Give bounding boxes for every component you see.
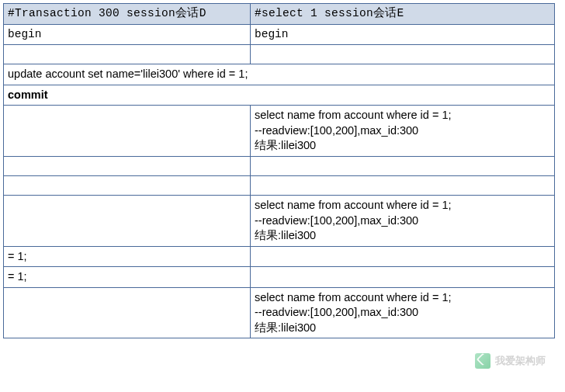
table-row: update account set name='lilei300' where… xyxy=(4,64,555,85)
cell-empty xyxy=(4,287,251,338)
table-row: select name from account where id = 1; -… xyxy=(4,195,555,246)
table-row xyxy=(4,156,555,175)
table-row: = 1; xyxy=(4,267,555,288)
cell-empty xyxy=(4,195,251,246)
header-col-d: #Transaction 300 session会话D xyxy=(4,4,251,25)
cell-select-result-2: select name from account where id = 1; -… xyxy=(251,195,555,246)
cell-select-result-3: select name from account where id = 1; -… xyxy=(251,287,555,338)
cell-empty xyxy=(251,267,555,288)
table-row xyxy=(4,175,555,195)
table-row xyxy=(4,45,555,64)
cell-empty xyxy=(251,156,555,175)
transaction-table: #Transaction 300 session会话D #select 1 se… xyxy=(3,3,555,338)
cell-empty xyxy=(4,175,251,195)
table-row: = 1; xyxy=(4,246,555,267)
header-row: #Transaction 300 session会话D #select 1 se… xyxy=(4,4,555,25)
cell-empty xyxy=(251,246,555,267)
header-col-e: #select 1 session会话E xyxy=(251,4,555,25)
table-row: begin begin xyxy=(4,24,555,45)
cell-empty xyxy=(251,45,555,64)
cell-empty xyxy=(251,175,555,195)
cell-truncated-1: = 1; xyxy=(4,246,251,267)
cell-update-span: update account set name='lilei300' where… xyxy=(4,64,555,85)
cell-empty xyxy=(4,156,251,175)
table-row: commit xyxy=(4,85,555,106)
cell-commit-span: commit xyxy=(4,85,555,106)
cell-empty xyxy=(4,45,251,64)
table-row: select name from account where id = 1; -… xyxy=(4,106,555,157)
cell-empty xyxy=(4,106,251,157)
cell-begin-e: begin xyxy=(251,24,555,45)
cell-begin-d: begin xyxy=(4,24,251,45)
table-row: select name from account where id = 1; -… xyxy=(4,287,555,338)
cell-truncated-2: = 1; xyxy=(4,267,251,288)
cell-select-result-1: select name from account where id = 1; -… xyxy=(251,106,555,157)
